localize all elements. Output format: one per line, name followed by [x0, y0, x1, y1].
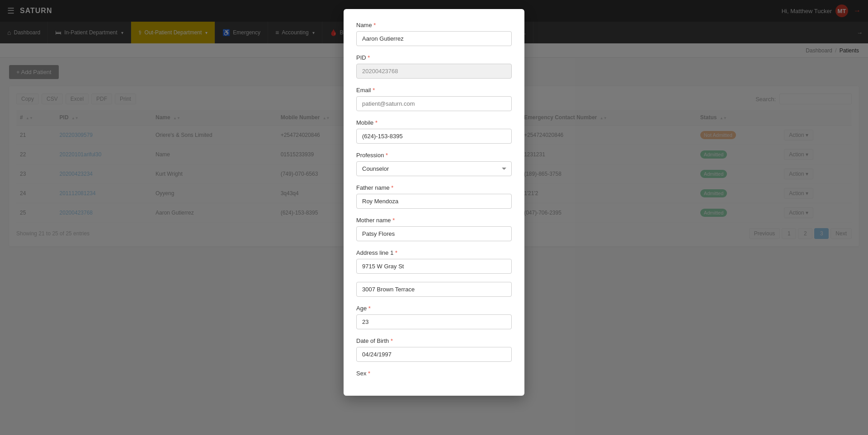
dob-label: Date of Birth *: [356, 337, 512, 344]
father-input[interactable]: [356, 194, 512, 209]
sex-field-group: Sex *: [356, 370, 512, 377]
mobile-input[interactable]: [356, 129, 512, 144]
mobile-field-group: Mobile *: [356, 119, 512, 144]
dob-field-group: Date of Birth *: [356, 337, 512, 362]
father-label: Father name *: [356, 184, 512, 191]
mobile-label: Mobile *: [356, 119, 512, 126]
address1-label: Address line 1 *: [356, 249, 512, 256]
sex-required: *: [368, 370, 370, 377]
email-input[interactable]: [356, 96, 512, 111]
name-required: *: [373, 22, 376, 28]
email-label: Email *: [356, 87, 512, 94]
pid-field-group: PID *: [356, 54, 512, 79]
pid-label: PID *: [356, 54, 512, 61]
mother-field-group: Mother name *: [356, 217, 512, 241]
profession-required: *: [386, 152, 388, 159]
address1-required: *: [395, 249, 397, 256]
address1-input[interactable]: [356, 259, 512, 274]
modal-overlay[interactable]: Name * PID * Email * Mobile *: [0, 0, 868, 435]
mother-required: *: [392, 217, 395, 224]
father-required: *: [391, 184, 393, 191]
name-label: Name *: [356, 22, 512, 28]
mother-label: Mother name *: [356, 217, 512, 224]
mother-input[interactable]: [356, 226, 512, 241]
age-required: *: [368, 305, 371, 312]
dob-input[interactable]: [356, 347, 512, 362]
address2-input[interactable]: [356, 282, 512, 297]
name-field-group: Name *: [356, 22, 512, 46]
pid-required: *: [368, 54, 370, 61]
patient-modal: Name * PID * Email * Mobile *: [344, 9, 524, 396]
profession-field-group: Profession * Counselor Doctor Engineer T…: [356, 152, 512, 176]
profession-label: Profession *: [356, 152, 512, 159]
address1-field-group: Address line 1 *: [356, 249, 512, 274]
age-field-group: Age *: [356, 305, 512, 329]
name-input[interactable]: [356, 31, 512, 46]
age-label: Age *: [356, 305, 512, 312]
email-required: *: [373, 87, 375, 94]
mobile-required: *: [375, 119, 377, 126]
address2-field-group: [356, 282, 512, 297]
pid-input: [356, 64, 512, 79]
profession-select[interactable]: Counselor Doctor Engineer Teacher Other: [356, 161, 512, 176]
email-field-group: Email *: [356, 87, 512, 111]
dob-required: *: [391, 337, 393, 344]
sex-label: Sex *: [356, 370, 512, 377]
age-input[interactable]: [356, 314, 512, 329]
father-field-group: Father name *: [356, 184, 512, 209]
